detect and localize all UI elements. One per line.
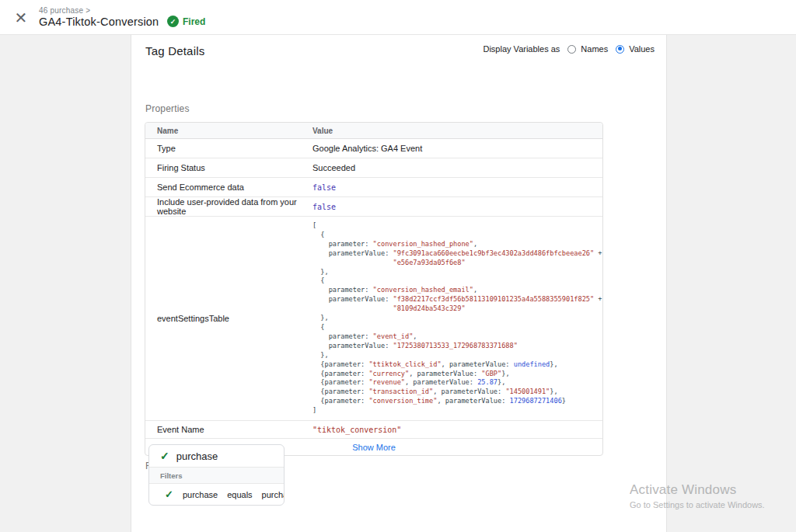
property-name: Firing Status [145, 163, 312, 172]
tag-detail-header: ✕ 46 purchase > GA4-Tiktok-Conversion ✓ … [0, 0, 796, 35]
radio-names[interactable] [567, 45, 576, 54]
tag-details-card: Tag Details Display Variables as Names V… [131, 35, 667, 532]
property-row-event-name: Event Name "tiktok_conversion" [145, 421, 602, 439]
property-name: eventSettingsTable [145, 314, 312, 323]
property-row-event-settings-table: eventSettingsTable [ { parameter: "conve… [145, 217, 602, 421]
property-name: Type [145, 144, 312, 153]
trigger-item-purchase[interactable]: ✓ purchase [149, 445, 284, 467]
firing-trigger-box: ✓ purchase Filters ✓ purchase equals pur… [148, 444, 285, 506]
column-header-name: Name [145, 127, 312, 135]
filter-operator: equals [227, 490, 252, 499]
property-value: "tiktok_conversion" [312, 426, 602, 434]
event-settings-code: [ { parameter: "conversion_hashed_phone"… [312, 217, 602, 420]
status-badge: ✓ Fired [167, 16, 205, 27]
properties-table: Name Value Type Google Analytics: GA4 Ev… [145, 122, 603, 456]
radio-names-label[interactable]: Names [581, 44, 608, 54]
tag-details-heading: Tag Details [145, 44, 204, 57]
filter-condition-row: ✓ purchase equals purchase [149, 484, 284, 505]
property-value: false [312, 183, 602, 192]
filter-left-operand: purchase [183, 490, 218, 499]
filters-header: Filters [149, 467, 284, 484]
table-header-row: Name Value [145, 123, 602, 139]
radio-values[interactable] [616, 45, 624, 54]
property-name: Send Ecommerce data [145, 183, 312, 192]
trigger-check-icon: ✓ [160, 450, 169, 462]
property-value: false [312, 203, 602, 211]
status-badge-label: Fired [183, 16, 205, 27]
trigger-name: purchase [176, 450, 218, 462]
breadcrumb[interactable]: 46 purchase > [39, 6, 90, 15]
filter-right-operand: purchase [262, 490, 285, 499]
property-row-send-ecommerce: Send Ecommerce data false [145, 178, 602, 197]
filter-check-icon: ✓ [165, 489, 173, 500]
watermark-title: Activate Windows [630, 482, 765, 498]
fired-check-icon: ✓ [167, 16, 179, 27]
display-variables-toggle: Display Variables as Names Values [483, 44, 655, 54]
activate-windows-watermark: Activate Windows Go to Settings to activ… [630, 482, 765, 509]
display-variables-label: Display Variables as [483, 44, 560, 54]
show-more-link[interactable]: Show More [352, 443, 396, 452]
property-row-firing-status: Firing Status Succeeded [145, 158, 602, 178]
card-head: Tag Details Display Variables as Names V… [145, 44, 655, 63]
radio-values-label[interactable]: Values [629, 44, 655, 54]
close-icon[interactable]: ✕ [12, 9, 30, 26]
property-name: Include user-provided data from your web… [145, 197, 312, 216]
properties-label: Properties [145, 103, 190, 114]
property-value: Succeeded [312, 163, 602, 172]
page-title: GA4-Tiktok-Conversion [39, 16, 159, 28]
column-header-value: Value [312, 127, 602, 135]
property-name: Event Name [145, 425, 312, 434]
property-row-type: Type Google Analytics: GA4 Event [145, 139, 602, 158]
watermark-subtitle: Go to Settings to activate Windows. [630, 500, 765, 509]
property-value: Google Analytics: GA4 Event [312, 144, 602, 153]
property-row-user-provided-data: Include user-provided data from your web… [145, 197, 602, 217]
